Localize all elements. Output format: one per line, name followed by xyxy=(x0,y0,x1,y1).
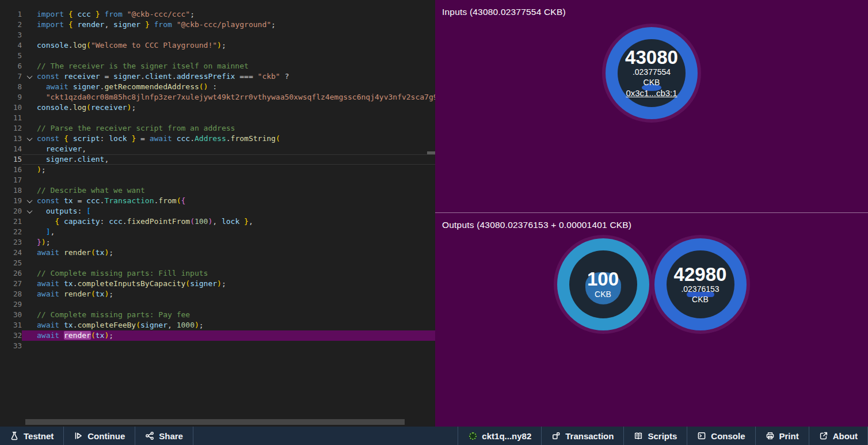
fold-chevron-down-icon[interactable] xyxy=(22,71,37,82)
code-line[interactable]: 31await tx.completeFeeBy(signer, 1000); xyxy=(0,320,435,330)
code-token: ( xyxy=(185,279,190,288)
code-line[interactable]: 16); xyxy=(0,165,435,175)
code-token xyxy=(64,10,68,18)
code-line[interactable]: 24await render(tx); xyxy=(0,248,435,258)
code-token: console xyxy=(37,103,68,112)
code-line[interactable]: 22 ], xyxy=(0,227,435,237)
code-token: ) xyxy=(37,165,41,174)
fold-gutter xyxy=(22,102,37,113)
horizontal-scrollbar-thumb[interactable] xyxy=(25,419,405,425)
fold-chevron-down-icon[interactable] xyxy=(22,196,37,206)
code-line[interactable]: 12// Parse the receiver script from an a… xyxy=(0,123,435,134)
code-line[interactable]: 27await tx.completeInputsByCapacity(sign… xyxy=(0,279,435,289)
code-line[interactable]: 3 xyxy=(0,30,435,40)
scripts-tab-button[interactable]: Scripts xyxy=(624,427,687,445)
code-line[interactable]: 21 { capacity: ccc.fixedPointFrom(100), … xyxy=(0,216,435,227)
output-cell-circle[interactable]: 100CKB xyxy=(557,238,649,330)
code-line[interactable]: 14 receiver, xyxy=(0,144,435,154)
code-text: await signer.getRecommendedAddress() : xyxy=(37,82,435,92)
code-token: tx xyxy=(64,279,73,288)
fold-gutter xyxy=(22,51,37,61)
code-line[interactable]: 23}); xyxy=(0,237,435,248)
code-token: const xyxy=(37,134,59,143)
fold-gutter xyxy=(22,258,37,268)
code-token: . xyxy=(172,72,177,81)
console-tab-button[interactable]: Console xyxy=(687,427,755,445)
code-line[interactable]: 4console.log("Welcome to CCC Playground!… xyxy=(0,40,435,51)
code-line[interactable]: 13const { script: lock } = await ccc.Add… xyxy=(0,134,435,144)
code-line[interactable]: 32await render(tx); xyxy=(0,330,435,341)
code-text: ], xyxy=(37,227,435,237)
code-line[interactable]: 33 xyxy=(0,341,435,351)
code-line[interactable]: 17 xyxy=(0,175,435,185)
fold-chevron-down-icon[interactable] xyxy=(22,134,37,144)
code-line[interactable]: 11 xyxy=(0,113,435,123)
line-number: 31 xyxy=(0,320,22,330)
fold-gutter xyxy=(22,165,37,175)
code-line[interactable]: 9 "ckt1qzda0cr08m85hc8jlnfp3zer7xulejywt… xyxy=(0,92,435,102)
code-token: receiver xyxy=(91,103,127,112)
output-cell-circle[interactable]: 42980.02376153CKB xyxy=(654,238,747,330)
amount-fraction: .02377554 xyxy=(633,67,671,77)
code-token: fromString xyxy=(231,134,276,143)
code-line[interactable]: 8 await signer.getRecommendedAddress() : xyxy=(0,82,435,92)
code-line[interactable]: 15 signer.client, xyxy=(0,154,435,165)
code-line[interactable]: 26// Complete missing parts: Fill inputs xyxy=(0,268,435,279)
line-body: await render(tx); xyxy=(22,289,435,299)
input-cell-circle[interactable]: 43080.02377554CKB0x3c1...cb3:1 xyxy=(606,27,698,119)
testnet-button-label: Testnet xyxy=(24,431,54,441)
code-text: ); xyxy=(37,165,435,175)
continue-button[interactable]: Continue xyxy=(64,427,135,445)
cell-capacity-disc: 42980.02376153CKB xyxy=(667,250,734,318)
code-token xyxy=(123,10,127,18)
code-token: ( xyxy=(91,331,96,340)
code-token: . xyxy=(68,103,73,112)
transaction-tab-button[interactable]: Transaction xyxy=(542,427,624,445)
code-token: tx xyxy=(64,196,73,205)
code-editor[interactable]: 1import { ccc } from "@ckb-ccc/ccc";2imp… xyxy=(0,0,435,427)
outpoint-link[interactable]: 0x3c1...cb3:1 xyxy=(626,88,677,99)
unit-label: CKB xyxy=(644,77,660,88)
code-token: ccc xyxy=(177,134,190,143)
code-token: ; xyxy=(271,20,276,29)
fold-gutter xyxy=(22,279,37,289)
about-button[interactable]: About xyxy=(809,427,868,445)
code-line[interactable]: 5 xyxy=(0,51,435,61)
code-text: await render(tx); xyxy=(37,248,435,258)
code-token xyxy=(37,227,46,236)
line-number: 16 xyxy=(0,165,22,175)
code-token: log xyxy=(73,103,86,112)
code-line[interactable]: 25 xyxy=(0,258,435,268)
code-line[interactable]: 20 outputs: [ xyxy=(0,206,435,216)
code-token: receiver xyxy=(46,144,82,153)
line-body xyxy=(22,341,435,351)
code-line[interactable]: 28await render(tx); xyxy=(0,289,435,299)
code-token: tx xyxy=(96,290,105,298)
editor-horizontal-scrollbar[interactable] xyxy=(0,419,435,427)
testnet-button[interactable]: Testnet xyxy=(0,427,64,445)
code-text xyxy=(37,175,435,185)
print-button[interactable]: Print xyxy=(756,427,809,445)
wallet-address-button[interactable]: ckt1q...ny82 xyxy=(458,427,542,445)
code-line[interactable]: 1import { ccc } from "@ckb-ccc/ccc"; xyxy=(0,9,435,20)
code-line[interactable]: 18// Describe what we want xyxy=(0,185,435,196)
share-button[interactable]: Share xyxy=(135,427,193,445)
code-token: ; xyxy=(222,279,226,288)
code-token xyxy=(59,134,64,143)
fold-chevron-down-icon[interactable] xyxy=(22,206,37,216)
line-number: 32 xyxy=(0,330,22,341)
editor-vertical-scrollbar-marker[interactable] xyxy=(427,151,435,154)
code-line[interactable]: 6// The receiver is the signer itself on… xyxy=(0,61,435,71)
code-line[interactable]: 2import { render, signer } from "@ckb-cc… xyxy=(0,20,435,30)
fold-gutter xyxy=(22,9,37,20)
line-number: 5 xyxy=(0,51,22,61)
code-line[interactable]: 30// Complete missing parts: Pay fee xyxy=(0,310,435,320)
code-line[interactable]: 29 xyxy=(0,299,435,310)
code-line[interactable]: 10console.log(receiver); xyxy=(0,102,435,113)
code-token: ccc xyxy=(86,196,100,205)
line-body: receiver, xyxy=(22,144,435,154)
code-line[interactable]: 7const receiver = signer.client.addressP… xyxy=(0,71,435,82)
fold-gutter xyxy=(22,113,37,123)
code-line[interactable]: 19const tx = ccc.Transaction.from({ xyxy=(0,196,435,206)
code-token: addressPrefix xyxy=(177,72,235,81)
